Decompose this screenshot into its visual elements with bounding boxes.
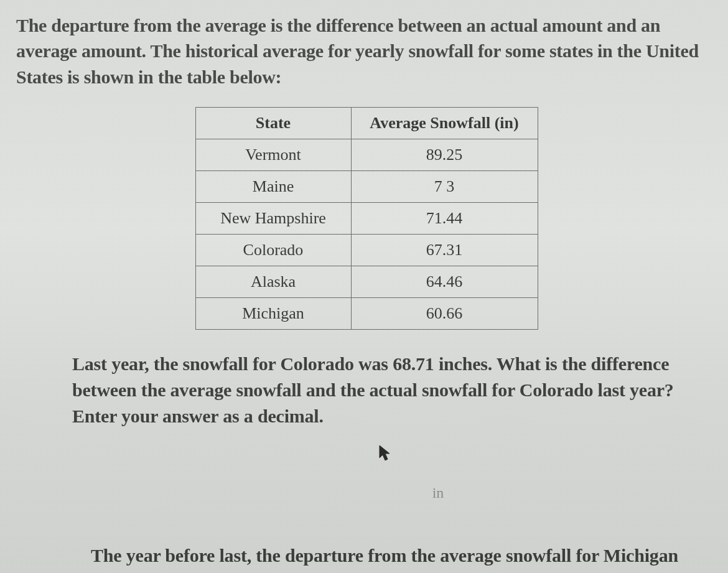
cell-state: Alaska <box>195 266 351 298</box>
table-header-row: State Average Snowfall (in) <box>195 108 538 139</box>
intro-text: The departure from the average is the di… <box>16 12 717 90</box>
cell-snowfall: 64.46 <box>351 266 538 298</box>
cursor-icon <box>378 444 392 462</box>
question-1: Last year, the snowfall for Colorado was… <box>72 351 679 429</box>
cell-snowfall: 71.44 <box>351 203 538 235</box>
answer-row-1: in <box>16 460 717 505</box>
cell-state: Vermont <box>195 139 351 171</box>
unit-label: in <box>432 485 444 501</box>
snowfall-table: State Average Snowfall (in) Vermont 89.2… <box>195 107 538 330</box>
table-row: Colorado 67.31 <box>195 235 538 266</box>
table-row: Michigan 60.66 <box>195 298 538 330</box>
cell-state: New Hampshire <box>195 203 351 235</box>
cell-snowfall: 67.31 <box>351 235 538 266</box>
cell-state: Michigan <box>195 298 351 330</box>
table-row: Vermont 89.25 <box>195 139 538 171</box>
header-snowfall: Average Snowfall (in) <box>351 108 538 139</box>
question-2: The year before last, the departure from… <box>91 543 694 573</box>
cell-state: Colorado <box>195 235 351 266</box>
table-wrap: State Average Snowfall (in) Vermont 89.2… <box>16 107 717 330</box>
cell-snowfall: 89.25 <box>351 139 538 171</box>
table-row: Alaska 64.46 <box>195 266 538 298</box>
cell-snowfall: 60.66 <box>351 298 538 330</box>
table-row: New Hampshire 71.44 <box>195 203 538 235</box>
header-state: State <box>195 108 351 139</box>
cell-snowfall: 7 3 <box>351 171 538 203</box>
cell-state: Maine <box>195 171 351 203</box>
answer-input-1[interactable] <box>289 480 426 505</box>
table-row: Maine 7 3 <box>195 171 538 203</box>
